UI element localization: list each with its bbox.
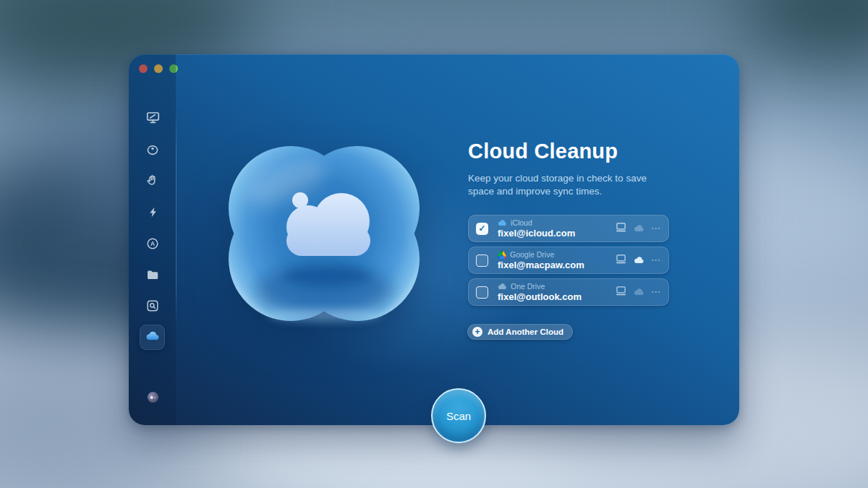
plus-icon: + (472, 327, 482, 337)
account-row-icloud[interactable]: iCloud fixel@icloud.com ⋯ (468, 215, 669, 242)
sidebar-item-cleanup[interactable] (145, 142, 161, 158)
sidebar-divider (176, 111, 176, 328)
lightning-icon (146, 205, 160, 219)
page-title: Cloud Cleanup (468, 140, 618, 163)
app-window: A (129, 54, 739, 425)
disc-icon (145, 142, 160, 157)
folder-icon (145, 267, 160, 282)
provider-line: One Drive (498, 282, 582, 291)
sidebar-item-applications[interactable]: A (145, 236, 161, 252)
sidebar-item-protection[interactable] (145, 173, 161, 189)
provider-name: One Drive (511, 282, 545, 291)
row-status-icons: ⋯ (615, 254, 661, 267)
add-another-cloud-label: Add Another Cloud (488, 328, 563, 336)
cloud-glass-illustration (219, 145, 429, 333)
sidebar-item-space-lens[interactable] (145, 298, 161, 314)
orb-icon (145, 390, 161, 405)
laptop-icon (615, 222, 627, 235)
more-icon[interactable]: ⋯ (651, 225, 661, 232)
account-email: fixel@outlook.com (498, 291, 582, 302)
more-icon[interactable]: ⋯ (651, 288, 661, 296)
laptop-icon (615, 286, 627, 299)
laptop-icon (615, 254, 627, 267)
hand-icon (145, 174, 160, 188)
icloud-cloud-icon (498, 219, 507, 226)
sidebar-item-assistant[interactable] (145, 389, 161, 405)
provider-name: iCloud (511, 218, 532, 227)
account-checkbox[interactable] (476, 286, 488, 299)
sync-cloud-icon (634, 286, 644, 299)
account-info: One Drive fixel@outlook.com (498, 282, 582, 302)
provider-line: Google Drive (498, 250, 584, 259)
sync-cloud-icon (634, 254, 644, 267)
svg-text:A: A (150, 240, 155, 247)
sync-cloud-icon (634, 222, 644, 235)
provider-line: iCloud (498, 218, 575, 227)
account-list: iCloud fixel@icloud.com ⋯ (468, 215, 669, 310)
row-status-icons: ⋯ (615, 222, 661, 235)
a-badge-icon: A (145, 236, 160, 251)
magnifier-tile-icon (145, 299, 160, 313)
cloud-icon (145, 328, 161, 347)
sidebar-item-cloud-cleanup[interactable] (140, 325, 165, 350)
monitor-icon (145, 110, 161, 125)
account-email: fixel@icloud.com (498, 228, 575, 239)
account-row-google-drive[interactable]: Google Drive fixel@macpaw.com ⋯ (468, 247, 669, 274)
row-status-icons: ⋯ (615, 286, 661, 299)
account-checkbox[interactable] (476, 223, 488, 235)
sidebar-item-performance[interactable] (145, 204, 161, 220)
account-row-onedrive[interactable]: One Drive fixel@outlook.com ⋯ (468, 278, 669, 306)
background-blur-blob (738, 0, 868, 58)
account-info: iCloud fixel@icloud.com (498, 218, 575, 239)
provider-name: Google Drive (510, 250, 554, 259)
more-icon[interactable]: ⋯ (651, 257, 661, 264)
add-another-cloud-button[interactable]: + Add Another Cloud (467, 324, 573, 340)
google-drive-icon (498, 251, 506, 259)
scan-label: Scan (446, 410, 471, 422)
onedrive-cloud-icon (498, 283, 507, 290)
account-email: fixel@macpaw.com (498, 260, 584, 270)
account-checkbox[interactable] (476, 254, 488, 267)
sidebar-item-files[interactable] (145, 267, 161, 283)
sidebar-item-smart-scan[interactable] (145, 109, 161, 125)
scan-button[interactable]: Scan (431, 388, 486, 443)
account-info: Google Drive fixel@macpaw.com (498, 250, 584, 270)
page-description: Keep your cloud storage in check to save… (468, 172, 673, 197)
